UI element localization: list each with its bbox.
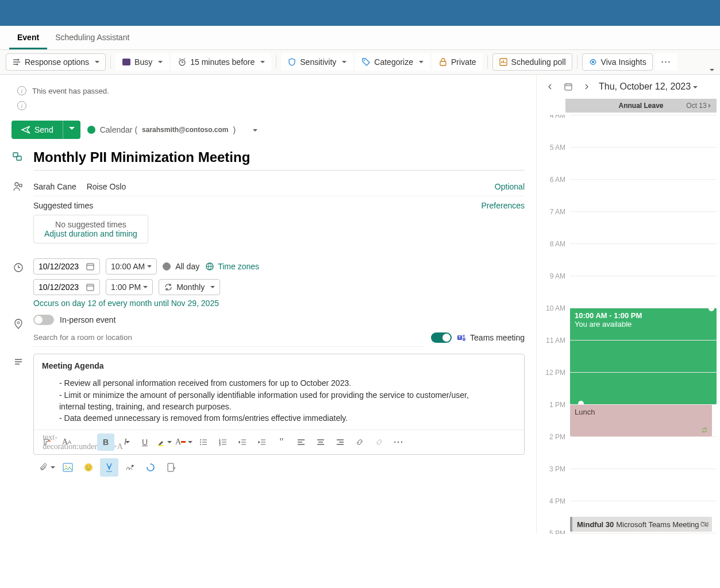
ribbon-overflow-button[interactable]: ··· bbox=[655, 53, 678, 71]
attach-button[interactable] bbox=[38, 458, 56, 477]
tab-event[interactable]: Event bbox=[9, 26, 47, 49]
allday-event[interactable]: Annual Leave Oct 13 bbox=[565, 99, 717, 113]
hour-row[interactable] bbox=[570, 372, 717, 404]
align-right-button[interactable] bbox=[332, 434, 349, 451]
end-date-input[interactable] bbox=[33, 279, 100, 295]
svg-rect-15 bbox=[87, 284, 94, 291]
hour-row[interactable] bbox=[570, 179, 717, 211]
viva-insights-button[interactable]: Viva Insights bbox=[582, 53, 653, 71]
hour-row[interactable] bbox=[570, 243, 717, 276]
font-color-button[interactable]: A bbox=[175, 434, 192, 451]
ribbon-expand-button[interactable] bbox=[707, 65, 714, 74]
svg-point-19 bbox=[463, 335, 465, 337]
attendee-chip[interactable]: Sarah Cane bbox=[33, 182, 76, 191]
scheduling-poll-button[interactable]: Scheduling poll bbox=[492, 53, 572, 71]
link-button[interactable] bbox=[351, 434, 368, 451]
categorize-button[interactable]: Categorize bbox=[355, 53, 430, 71]
reminder-button[interactable]: 15 minutes before bbox=[171, 53, 271, 71]
loop-button[interactable] bbox=[141, 458, 160, 477]
optional-attendees-button[interactable]: Optional bbox=[495, 182, 525, 191]
response-options-button[interactable]: Response options bbox=[6, 53, 106, 71]
cal-today-button[interactable] bbox=[562, 80, 575, 93]
font-size-button[interactable]: text-decoration:underline">A bbox=[78, 434, 95, 451]
suggested-preferences-button[interactable]: Preferences bbox=[482, 201, 525, 210]
reminder-label: 15 minutes before bbox=[190, 57, 255, 67]
more-icon: ··· bbox=[661, 57, 672, 67]
outdent-button[interactable] bbox=[234, 434, 251, 451]
response-options-label: Response options bbox=[25, 57, 89, 67]
calendar-selector[interactable]: Calendar ( sarahsmith@contoso.com ) bbox=[87, 125, 257, 134]
suggested-times-box: No suggested times Adjust duration and t… bbox=[33, 215, 148, 243]
svg-rect-5 bbox=[440, 61, 446, 65]
cal-date-picker[interactable]: Thu, October 12, 2023 bbox=[599, 82, 698, 92]
ribbon: Response options Busy 15 minutes before … bbox=[0, 50, 720, 75]
location-input[interactable] bbox=[33, 328, 425, 347]
hour-row[interactable] bbox=[570, 308, 717, 340]
hour-row[interactable] bbox=[570, 533, 717, 534]
time-zones-button[interactable]: Time zones bbox=[205, 262, 259, 271]
emoji-button[interactable] bbox=[79, 458, 98, 477]
svg-point-0 bbox=[18, 59, 20, 61]
event-passed-notice: i This event has passed. bbox=[6, 80, 530, 101]
start-date-input[interactable] bbox=[33, 258, 100, 274]
hour-row[interactable] bbox=[570, 469, 717, 501]
adjust-duration-button[interactable]: Adjust duration and timing bbox=[44, 229, 137, 238]
event-title-input[interactable] bbox=[33, 147, 525, 171]
hour-row[interactable] bbox=[570, 211, 717, 243]
cal-next-button[interactable] bbox=[580, 80, 593, 93]
hour-row[interactable] bbox=[570, 276, 717, 308]
hour-row[interactable] bbox=[570, 115, 717, 147]
send-dropdown-button[interactable] bbox=[63, 121, 80, 139]
underline-button[interactable]: U bbox=[136, 434, 153, 451]
bold-button[interactable]: B bbox=[97, 434, 114, 451]
hour-row[interactable] bbox=[570, 404, 717, 436]
tab-scheduling-assistant[interactable]: Scheduling Assistant bbox=[47, 26, 137, 49]
template-button[interactable] bbox=[162, 458, 180, 477]
private-button[interactable]: Private bbox=[432, 53, 483, 71]
hour-label: 12 PM bbox=[541, 369, 565, 377]
description-body[interactable]: Meeting Agenda - Review all personal inf… bbox=[34, 354, 524, 430]
numbering-button[interactable]: 123 bbox=[214, 434, 232, 451]
hour-label: 7 AM bbox=[541, 208, 565, 216]
send-button[interactable]: Send bbox=[11, 121, 63, 139]
hour-label: 6 AM bbox=[541, 176, 565, 184]
info-icon: i bbox=[17, 101, 26, 110]
editor-button[interactable] bbox=[100, 458, 118, 477]
highlight-button[interactable] bbox=[156, 434, 173, 451]
hour-row[interactable] bbox=[570, 340, 717, 372]
time-icon bbox=[11, 258, 25, 273]
insert-picture-button[interactable] bbox=[59, 458, 77, 477]
quote-button[interactable]: " bbox=[273, 434, 290, 451]
teams-toggle[interactable] bbox=[431, 332, 452, 343]
all-day-label[interactable]: All day bbox=[175, 262, 199, 271]
svg-rect-27 bbox=[63, 463, 72, 471]
hour-row[interactable] bbox=[570, 147, 717, 179]
hour-row[interactable] bbox=[570, 501, 717, 533]
in-person-saudi-toggle[interactable] bbox=[33, 315, 54, 325]
attendee-chip[interactable]: Roise Oslo bbox=[87, 182, 126, 191]
align-center-button[interactable] bbox=[312, 434, 329, 451]
recurrence-input[interactable]: Monthly bbox=[159, 279, 220, 295]
show-as-button[interactable]: Busy bbox=[115, 53, 169, 71]
agenda-line: - Limit or minimize the amount of person… bbox=[59, 389, 516, 401]
signature-button[interactable] bbox=[121, 458, 139, 477]
sensitivity-button[interactable]: Sensitivity bbox=[281, 53, 353, 71]
format-more-button[interactable]: ··· bbox=[390, 434, 407, 451]
hour-label: 5 AM bbox=[541, 144, 565, 152]
hour-row[interactable] bbox=[570, 436, 717, 469]
suggested-times-label: Suggested times bbox=[33, 201, 93, 210]
end-time-input[interactable]: 1:00 PM bbox=[106, 279, 153, 295]
attendees-field[interactable]: Sarah Cane Roise Oslo Optional bbox=[33, 177, 525, 196]
start-time-input[interactable]: 10:00 AM bbox=[106, 258, 157, 274]
bullets-button[interactable] bbox=[195, 434, 212, 451]
unlink-button[interactable] bbox=[371, 434, 388, 451]
hour-label: 4 PM bbox=[541, 497, 565, 505]
indent-button[interactable] bbox=[253, 434, 271, 451]
separator bbox=[110, 55, 111, 69]
viva-icon bbox=[588, 57, 598, 67]
cal-prev-button[interactable] bbox=[544, 80, 556, 93]
hour-label: 2 PM bbox=[541, 433, 565, 441]
hour-grid[interactable]: 10:00 AM - 1:00 PM You are available Lun… bbox=[541, 115, 720, 534]
align-left-button[interactable] bbox=[292, 434, 310, 451]
event-form: i This event has passed. i Send Calendar… bbox=[0, 75, 536, 534]
